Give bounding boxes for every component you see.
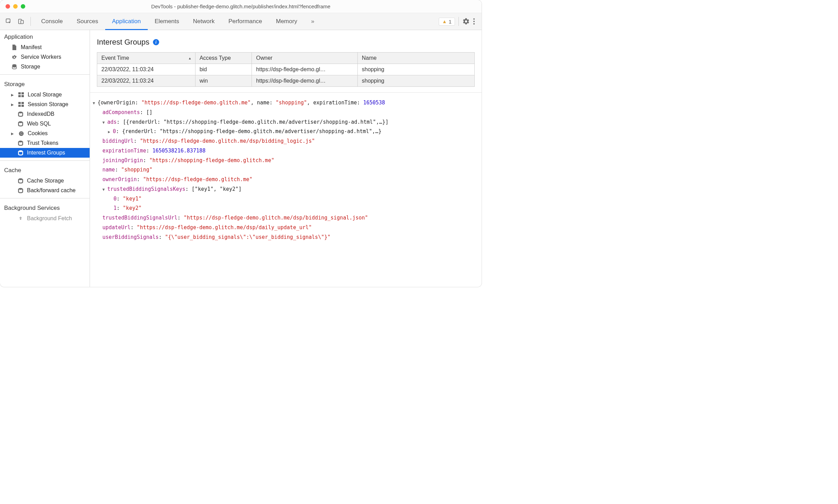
tree-summary[interactable]: ▼{ownerOrigin: "https://dsp-fledge-demo.… [93, 98, 479, 108]
svg-rect-10 [18, 105, 21, 107]
devtools-toolbar: Console Sources Application Elements Net… [0, 13, 482, 30]
tab-elements[interactable]: Elements [148, 13, 186, 30]
toolbar-divider [30, 17, 31, 26]
more-options-icon[interactable] [470, 18, 478, 25]
sidebar-item-trust-tokens[interactable]: Trust Tokens [0, 138, 90, 148]
svg-point-21 [18, 178, 22, 180]
window-titlebar: DevTools - publisher-fledge-demo.glitch.… [0, 0, 482, 13]
object-inspector: ▼{ownerOrigin: "https://dsp-fledge-demo.… [90, 92, 482, 287]
tree-prop-updateurl[interactable]: updateUrl: "https://dsp-fledge-demo.glit… [93, 223, 479, 233]
sidebar-item-label: Service Workers [21, 54, 61, 60]
main-panel: Interest Groups i Event Time▲ Access Typ… [90, 30, 482, 287]
cell-owner: https://dsp-fledge-demo.gl… [252, 75, 357, 87]
disclosure-open-icon[interactable]: ▼ [102, 186, 107, 193]
svg-rect-7 [21, 95, 24, 97]
sidebar-item-label: Interest Groups [27, 150, 65, 156]
sidebar-item-label: IndexedDB [27, 111, 54, 117]
expand-icon[interactable]: ▶ [11, 103, 15, 106]
minimize-window-button[interactable] [13, 4, 18, 9]
tree-prop-tbsk[interactable]: ▼trustedBiddingSignalsKeys: ["key1", "ke… [93, 185, 479, 194]
database-icon [17, 178, 24, 184]
tab-console[interactable]: Console [34, 13, 70, 30]
disclosure-closed-icon[interactable]: ▶ [108, 129, 113, 136]
col-event-time[interactable]: Event Time▲ [97, 53, 195, 64]
svg-rect-8 [18, 102, 21, 104]
tree-prop-name[interactable]: name: "shopping" [93, 165, 479, 175]
tab-performance[interactable]: Performance [221, 13, 269, 30]
settings-icon[interactable] [462, 18, 470, 25]
table-icon [18, 101, 24, 108]
maximize-window-button[interactable] [21, 4, 25, 9]
tree-prop-ads[interactable]: ▼ads: [{renderUrl: "https://shopping-fle… [93, 118, 479, 127]
svg-point-12 [18, 111, 22, 113]
database-icon [17, 111, 24, 117]
cell-time: 22/03/2022, 11:03:24 [97, 75, 195, 87]
sidebar-item-cache-storage[interactable]: Cache Storage [0, 176, 90, 186]
device-toolbar-icon[interactable] [18, 18, 24, 25]
sidebar-item-cookies[interactable]: ▶ Cookies [0, 129, 90, 138]
tree-prop-adcomponents[interactable]: adComponents: [] [93, 108, 479, 118]
tree-prop-tbsu[interactable]: trustedBiddingSignalsUrl: "https://dsp-f… [93, 213, 479, 223]
expand-icon[interactable]: ▶ [11, 93, 15, 97]
sidebar-item-label: Session Storage [28, 101, 68, 108]
table-row[interactable]: 22/03/2022, 11:03:24 win https://dsp-fle… [97, 75, 475, 87]
svg-rect-6 [18, 95, 21, 97]
col-access-type[interactable]: Access Type [195, 53, 252, 64]
sidebar-item-service-workers[interactable]: Service Workers [0, 52, 90, 62]
tree-prop-expirationtime[interactable]: expirationTime: 1650538216.837188 [93, 146, 479, 156]
close-window-button[interactable] [6, 4, 10, 9]
sidebar-item-manifest[interactable]: Manifest [0, 43, 90, 52]
sidebar-item-label: Cache Storage [27, 178, 64, 184]
table-icon [18, 92, 24, 98]
cookie-icon [18, 130, 24, 137]
sort-asc-icon: ▲ [188, 56, 192, 60]
disclosure-open-icon[interactable]: ▼ [93, 100, 98, 107]
tab-sources[interactable]: Sources [70, 13, 105, 30]
sidebar-item-label: Manifest [21, 44, 42, 50]
application-sidebar: Application Manifest Service Workers Sto… [0, 30, 90, 287]
tree-prop-ownerorigin[interactable]: ownerOrigin: "https://dsp-fledge-demo.gl… [93, 175, 479, 185]
gear-icon [11, 54, 17, 60]
tab-memory[interactable]: Memory [269, 13, 304, 30]
tab-application[interactable]: Application [105, 13, 148, 30]
tree-prop-userbiddingsignals[interactable]: userBiddingSignals: "{\"user_bidding_sig… [93, 233, 479, 242]
sidebar-item-interest-groups[interactable]: Interest Groups [0, 148, 90, 158]
disclosure-open-icon[interactable]: ▼ [102, 119, 107, 126]
section-cache: Cache [0, 164, 90, 176]
cell-type: win [195, 75, 252, 87]
tree-prop-tbsk-1[interactable]: 1: "key2" [93, 204, 479, 213]
sidebar-item-local-storage[interactable]: ▶ Local Storage [0, 90, 90, 100]
sidebar-item-web-sql[interactable]: Web SQL [0, 119, 90, 129]
sidebar-item-indexeddb[interactable]: IndexedDB [0, 109, 90, 119]
table-row[interactable]: 22/03/2022, 11:03:24 bid https://dsp-fle… [97, 64, 475, 75]
inspect-element-icon[interactable] [6, 18, 12, 25]
cell-owner: https://dsp-fledge-demo.gl… [252, 64, 357, 75]
sidebar-item-bfcache[interactable]: Back/forward cache [0, 186, 90, 195]
col-owner[interactable]: Owner [252, 53, 357, 64]
sidebar-item-session-storage[interactable]: ▶ Session Storage [0, 100, 90, 109]
cell-name: shopping [357, 75, 474, 87]
sidebar-item-label: Cookies [28, 130, 48, 137]
tree-prop-biddingurl[interactable]: biddingUrl: "https://dsp-fledge-demo.gli… [93, 137, 479, 146]
info-icon[interactable]: i [153, 39, 159, 45]
svg-point-19 [18, 140, 22, 142]
database-icon [17, 150, 24, 156]
tab-network[interactable]: Network [186, 13, 221, 30]
expand-icon[interactable]: ▶ [11, 132, 15, 136]
database-icon [17, 187, 24, 194]
sidebar-item-background-fetch[interactable]: Background Fetch [0, 214, 90, 223]
cell-type: bid [195, 64, 252, 75]
svg-rect-11 [21, 105, 24, 107]
issues-badge[interactable]: ▲ 1 [439, 18, 455, 26]
tree-prop-ads-0[interactable]: ▶0: {renderUrl: "https://shopping-fledge… [93, 127, 479, 137]
events-table: Event Time▲ Access Type Owner Name 22/03… [97, 52, 475, 87]
col-name[interactable]: Name [357, 53, 474, 64]
tree-prop-joiningorigin[interactable]: joiningOrigin: "https://shopping-fledge-… [93, 156, 479, 166]
sidebar-item-label: Back/forward cache [27, 187, 76, 194]
tabs-overflow-button[interactable]: » [304, 13, 321, 30]
sidebar-item-storage[interactable]: Storage [0, 62, 90, 72]
svg-point-20 [18, 150, 22, 152]
sidebar-item-label: Local Storage [28, 92, 62, 98]
tree-prop-tbsk-0[interactable]: 0: "key1" [93, 194, 479, 204]
panel-title: Interest Groups i [90, 30, 482, 52]
